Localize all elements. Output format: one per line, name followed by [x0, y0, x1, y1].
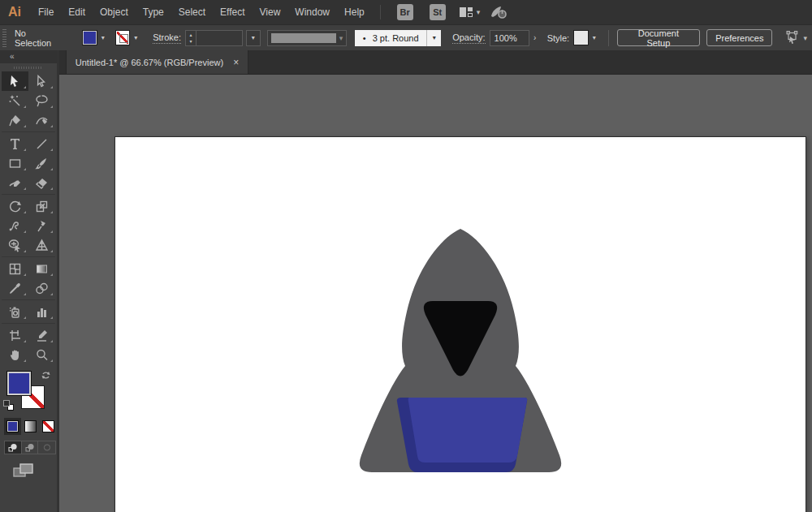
menu-window[interactable]: Window: [287, 0, 337, 24]
stroke-weight-label[interactable]: Stroke:: [153, 32, 181, 44]
fill-chevron-icon[interactable]: ▾: [97, 34, 109, 41]
tool-selection[interactable]: [2, 71, 28, 91]
select-similar-icon: [784, 31, 800, 45]
close-tab-icon[interactable]: ×: [233, 57, 239, 68]
tool-pencil[interactable]: [2, 173, 28, 192]
tool-line-segment[interactable]: [28, 134, 55, 153]
tool-artboard[interactable]: [2, 325, 28, 345]
stroke-weight-stepper[interactable]: ▴ ▾: [185, 30, 197, 46]
tool-pen[interactable]: [2, 110, 28, 130]
brush-preview-dot: •: [363, 33, 366, 43]
opacity-label[interactable]: Opacity:: [452, 32, 485, 44]
artwork: [115, 137, 807, 512]
tool-curvature[interactable]: [28, 110, 55, 130]
none-button[interactable]: [40, 418, 57, 435]
style-chevron-icon[interactable]: ▾: [589, 34, 600, 41]
opacity-input[interactable]: 100%: [490, 30, 529, 46]
draw-normal-button[interactable]: [5, 441, 22, 454]
width-profile-dropdown[interactable]: ▾: [267, 30, 347, 46]
collapse-panel-icon[interactable]: «: [10, 52, 15, 61]
tools-panel-header[interactable]: «: [0, 50, 57, 63]
controlbar-separator: [608, 30, 609, 46]
change-screen-mode-button[interactable]: [13, 463, 57, 482]
document-tab[interactable]: Untitled-1* @ 66.67% (RGB/Preview) ×: [66, 50, 248, 74]
tool-slice[interactable]: [28, 325, 55, 345]
menu-object[interactable]: Object: [93, 0, 136, 24]
gradient-button[interactable]: [22, 418, 39, 435]
stock-button[interactable]: St: [430, 4, 446, 20]
chevron-down-icon: ▾: [477, 8, 481, 16]
canvas-column: Untitled-1* @ 66.67% (RGB/Preview) ×: [57, 50, 812, 512]
menu-select[interactable]: Select: [171, 0, 213, 24]
tool-mesh[interactable]: [2, 259, 28, 278]
stroke-chevron-icon[interactable]: ▾: [130, 34, 141, 41]
stroke-weight-dropdown[interactable]: ▾: [246, 30, 261, 46]
stroke-weight-input[interactable]: [197, 30, 243, 46]
draw-behind-button[interactable]: [22, 441, 39, 454]
tool-rotate[interactable]: [2, 196, 28, 216]
menu-help[interactable]: Help: [337, 0, 372, 24]
tools-panel-grip[interactable]: [0, 63, 57, 71]
controlbar-grip[interactable]: [2, 29, 6, 47]
brush-definition-dropdown[interactable]: • 3 pt. Round ▾: [355, 30, 441, 46]
tool-direct-selection[interactable]: [28, 71, 55, 91]
tool-rectangle[interactable]: [2, 153, 28, 173]
tool-shape-builder[interactable]: [2, 235, 28, 255]
stepper-down-icon[interactable]: ▾: [189, 38, 192, 45]
menu-effect[interactable]: Effect: [213, 0, 252, 24]
tools-grid: [0, 71, 57, 364]
tool-symbol-sprayer[interactable]: [2, 302, 28, 321]
menu-type[interactable]: Type: [136, 0, 171, 24]
fill-color-swatch[interactable]: [82, 30, 97, 45]
color-type-buttons: [0, 418, 57, 435]
drawing-mode-buttons: [4, 441, 56, 454]
stroke-color-swatch[interactable]: [115, 30, 131, 45]
control-bar: No Selection ▾ ▾ Stroke: ▴ ▾ ▾ ▾ • 3 pt.…: [0, 24, 812, 50]
artboard[interactable]: [114, 136, 806, 512]
default-fill-stroke-icon[interactable]: [3, 400, 14, 411]
uniform-profile-preview: [271, 33, 336, 43]
canvas-viewport[interactable]: [59, 75, 812, 512]
tool-paintbrush[interactable]: [28, 153, 55, 173]
tool-puppet-warp[interactable]: [28, 216, 55, 235]
fill-stroke-control: [0, 368, 57, 416]
document-tab-title: Untitled-1* @ 66.67% (RGB/Preview): [76, 58, 223, 67]
bridge-button[interactable]: Br: [397, 4, 413, 20]
tool-zoom[interactable]: [28, 345, 55, 364]
laptop-lid-shape[interactable]: [408, 398, 528, 463]
graphic-style-swatch[interactable]: [573, 30, 589, 45]
workspace: «: [0, 50, 812, 512]
brush-chevron-icon[interactable]: ▾: [426, 30, 441, 46]
illustrator-window: Ai File Edit Object Type Select Effect V…: [0, 0, 812, 512]
tool-hand[interactable]: [2, 345, 28, 364]
selection-status: No Selection: [15, 28, 64, 48]
select-similar-chevron-icon: ▾: [803, 34, 807, 42]
tool-type[interactable]: [2, 134, 28, 153]
select-similar-button[interactable]: ▾: [784, 31, 807, 45]
workspace-layout-icon: [459, 6, 473, 18]
preferences-button[interactable]: Preferences: [706, 29, 772, 46]
tool-width[interactable]: [2, 216, 28, 235]
color-button[interactable]: [4, 418, 21, 435]
profile-chevron-icon: ▾: [339, 34, 343, 42]
tool-column-graph[interactable]: [28, 302, 55, 321]
menu-file[interactable]: File: [31, 0, 61, 24]
opacity-submenu-arrow[interactable]: ›: [529, 33, 541, 42]
fill-proxy-swatch[interactable]: [6, 371, 32, 396]
workspace-switcher[interactable]: ▾: [459, 6, 481, 18]
swap-fill-stroke-icon[interactable]: [41, 369, 51, 384]
menu-view[interactable]: View: [253, 0, 288, 24]
tool-eyedropper[interactable]: [2, 278, 28, 298]
tool-eraser[interactable]: [28, 173, 55, 192]
menu-edit[interactable]: Edit: [61, 0, 93, 24]
stepper-up-icon[interactable]: ▴: [189, 32, 192, 38]
draw-inside-button[interactable]: [38, 441, 55, 454]
tool-gradient[interactable]: [28, 259, 55, 278]
tool-blend[interactable]: [28, 278, 55, 298]
document-setup-button[interactable]: Document Setup: [617, 29, 701, 46]
tool-scale[interactable]: [28, 196, 55, 216]
tool-lasso[interactable]: [28, 91, 55, 110]
tool-magic-wand[interactable]: [2, 91, 28, 110]
gpu-performance-button[interactable]: [490, 5, 508, 19]
tool-perspective-grid[interactable]: [28, 235, 55, 255]
